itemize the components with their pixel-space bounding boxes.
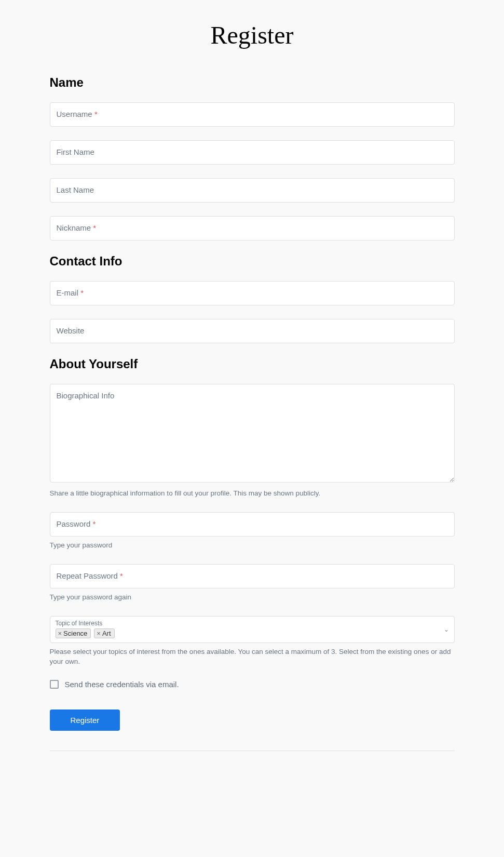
password-help-text: Type your password [50,541,455,551]
nickname-input[interactable] [50,216,455,240]
register-button[interactable]: Register [50,709,120,731]
bio-help-text: Share a little biographical information … [50,489,455,499]
bio-textarea[interactable] [50,384,455,483]
page-title: Register [50,21,455,49]
repeat-password-help-text: Type your password again [50,593,455,602]
section-heading-name: Name [50,75,455,90]
section-heading-contact: Contact Info [50,254,455,269]
close-icon[interactable]: × [97,630,101,637]
password-input[interactable] [50,512,455,537]
username-input[interactable] [50,102,455,127]
topic-chip[interactable]: ×Science [56,628,91,638]
repeat-password-input[interactable] [50,564,455,588]
send-credentials-checkbox[interactable] [50,680,59,689]
topics-label: Topic of Interests [56,620,439,627]
topic-chip[interactable]: ×Art [94,628,114,638]
last-name-input[interactable] [50,178,455,203]
section-heading-about: About Yourself [50,357,455,371]
send-credentials-label: Send these credentials via email. [65,680,179,689]
topics-select[interactable]: Topic of Interests ×Science ×Art ⌄ [50,616,455,643]
website-input[interactable] [50,319,455,343]
topics-chips: ×Science ×Art [56,628,439,638]
first-name-input[interactable] [50,140,455,165]
divider [50,751,455,751]
topics-help-text: Please select your topics of interest fr… [50,647,455,667]
chevron-down-icon: ⌄ [444,626,449,633]
close-icon[interactable]: × [58,630,62,637]
email-input[interactable] [50,281,455,305]
